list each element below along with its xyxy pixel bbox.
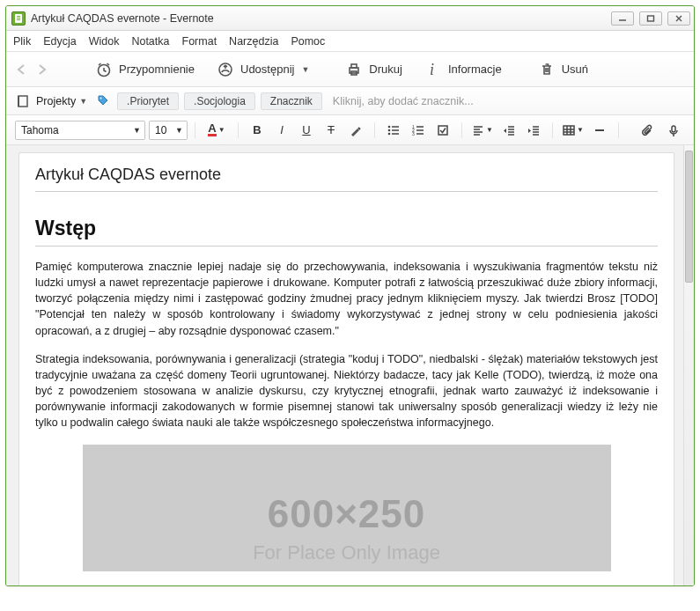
info-button[interactable]: i Informacje <box>415 56 511 83</box>
nav-forward-button[interactable] <box>34 63 48 77</box>
titlebar: Artykuł CAQDAS evernote - Evernote <box>6 6 694 31</box>
tag-znacznik[interactable]: Znacznik <box>261 92 322 110</box>
paragraph-1[interactable]: Pamięć komputerowa znacznie lepiej nadaj… <box>35 259 658 339</box>
svg-point-9 <box>388 125 391 128</box>
indent-button[interactable] <box>522 120 545 141</box>
svg-point-8 <box>100 97 102 99</box>
chevron-down-icon: ▼ <box>301 65 309 74</box>
svg-rect-15 <box>438 126 447 135</box>
highlight-button[interactable] <box>344 120 367 141</box>
menu-edycja[interactable]: Edycja <box>43 35 77 48</box>
menubar: Plik Edycja Widok Notatka Format Narzędz… <box>6 31 694 52</box>
reminder-button[interactable]: Przypomnienie <box>85 56 203 83</box>
chevron-down-icon: ▼ <box>128 126 141 135</box>
chevron-down-icon: ▼ <box>79 97 87 106</box>
editor-area: Artykuł CAQDAS evernote Wstęp Pamięć kom… <box>6 145 694 585</box>
note-title[interactable]: Artykuł CAQDAS evernote <box>35 162 658 192</box>
editor-scroll[interactable]: Artykuł CAQDAS evernote Wstęp Pamięć kom… <box>6 145 683 585</box>
add-tag-input[interactable]: Kliknij, aby dodać znacznik... <box>333 95 474 107</box>
menu-notatka[interactable]: Notatka <box>131 35 169 48</box>
svg-rect-0 <box>648 16 654 21</box>
notebook-icon <box>15 93 31 109</box>
chevron-down-icon: ▼ <box>170 126 183 135</box>
chevron-down-icon: ▼ <box>218 126 225 134</box>
bold-button[interactable]: B <box>246 120 269 141</box>
menu-plik[interactable]: Plik <box>13 35 31 48</box>
menu-pomoc[interactable]: Pomoc <box>291 35 325 48</box>
menu-narzedzia[interactable]: Narzędzia <box>229 35 278 48</box>
tag-priorytet[interactable]: .Priorytet <box>117 92 179 110</box>
outdent-button[interactable] <box>497 120 520 141</box>
notebook-selector[interactable]: Projekty ▼ <box>36 95 87 107</box>
checkbox-button[interactable] <box>431 120 454 141</box>
delete-button[interactable]: Usuń <box>528 56 597 83</box>
window-title: Artykuł CAQDAS evernote - Evernote <box>31 12 214 25</box>
attachment-button[interactable] <box>636 120 659 141</box>
svg-rect-4 <box>351 64 357 68</box>
menu-widok[interactable]: Widok <box>89 35 120 48</box>
nav-back-button[interactable] <box>15 63 29 77</box>
chevron-down-icon: ▼ <box>486 126 493 134</box>
share-button[interactable]: Udostępnij ▼ <box>207 56 318 83</box>
paragraph-2[interactable]: Strategia indeksowania, porównywania i g… <box>35 351 658 431</box>
table-button[interactable]: ▼ <box>560 120 586 141</box>
numbered-list-button[interactable]: 123 <box>407 120 430 141</box>
section-heading[interactable]: Wstęp <box>35 217 658 247</box>
align-button[interactable]: ▼ <box>469 120 496 141</box>
scrollbar-thumb[interactable] <box>685 151 693 283</box>
info-icon: i <box>424 60 443 79</box>
clock-icon <box>94 60 114 79</box>
bullet-list-button[interactable] <box>382 120 405 141</box>
main-toolbar: Przypomnienie Udostępnij ▼ Drukuj i Info… <box>6 52 694 87</box>
chevron-down-icon: ▼ <box>577 126 584 134</box>
format-toolbar: Tahoma ▼ 10 ▼ A ▼ B I U T 123 <box>6 115 694 145</box>
print-button[interactable]: Drukuj <box>335 56 411 83</box>
svg-point-11 <box>388 132 391 135</box>
svg-rect-7 <box>18 96 27 107</box>
horizontal-rule-button[interactable] <box>588 120 611 141</box>
underline-button[interactable]: U <box>295 120 318 141</box>
font-family-select[interactable]: Tahoma ▼ <box>15 121 145 140</box>
font-color-button[interactable]: A ▼ <box>203 120 231 141</box>
strikethrough-button[interactable]: T <box>320 120 343 141</box>
scrollbar[interactable] <box>683 145 694 585</box>
image-placeholder: 600×250 For Place Only Image <box>83 445 611 571</box>
close-button[interactable] <box>667 11 690 26</box>
share-icon <box>216 60 235 79</box>
app-window: Artykuł CAQDAS evernote - Evernote Plik … <box>5 5 695 586</box>
font-size-select[interactable]: 10 ▼ <box>149 121 188 140</box>
printer-icon <box>344 60 364 79</box>
tags-toolbar: Projekty ▼ .Priorytet .Socjologia Znaczn… <box>6 87 694 115</box>
svg-rect-17 <box>672 126 675 132</box>
evernote-app-icon <box>11 11 26 26</box>
svg-rect-16 <box>564 126 574 135</box>
minimize-button[interactable] <box>611 11 634 26</box>
svg-text:3: 3 <box>412 131 415 136</box>
tag-icon <box>96 93 112 109</box>
svg-text:i: i <box>430 61 434 78</box>
trash-icon <box>537 60 556 79</box>
audio-button[interactable] <box>662 120 685 141</box>
maximize-button[interactable] <box>639 11 662 26</box>
svg-point-10 <box>388 129 391 131</box>
tag-socjologia[interactable]: .Socjologia <box>184 92 255 110</box>
note-body[interactable]: Artykuł CAQDAS evernote Wstęp Pamięć kom… <box>18 152 674 585</box>
italic-button[interactable]: I <box>270 120 293 141</box>
menu-format[interactable]: Format <box>182 35 217 48</box>
